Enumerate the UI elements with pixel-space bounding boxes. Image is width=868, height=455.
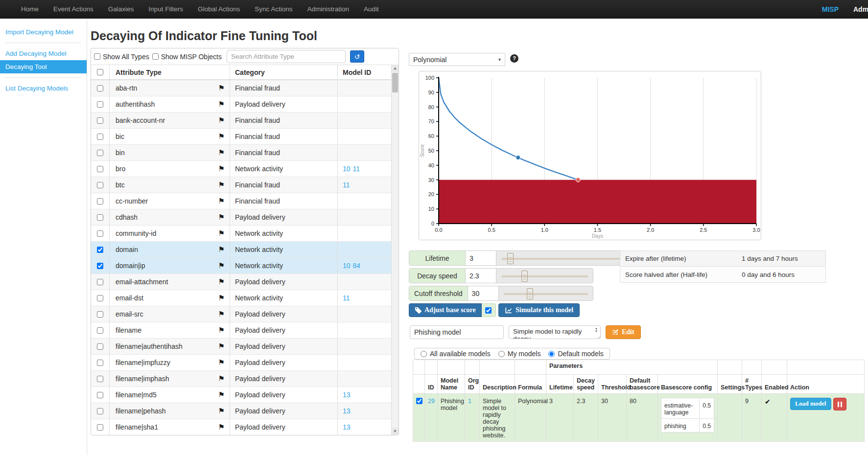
sidebar-item-list-decaying-models[interactable]: List Decaying Models xyxy=(0,82,87,95)
attribute-row[interactable]: domain⚑Network activity xyxy=(91,242,399,258)
attribute-row[interactable]: filename|impfuzzy⚑Payload delivery xyxy=(91,355,399,371)
attribute-row-checkbox[interactable] xyxy=(97,392,103,398)
attribute-row[interactable]: authentihash⚑Payload delivery xyxy=(91,96,399,113)
model-id-link[interactable]: 10 xyxy=(343,165,351,173)
select-all-checkbox[interactable] xyxy=(97,69,103,75)
flag-icon[interactable]: ⚑ xyxy=(218,294,225,302)
sidebar-item-decaying-tool[interactable]: Decaying Tool xyxy=(0,60,87,73)
flag-icon[interactable]: ⚑ xyxy=(218,84,225,92)
lifetime-slider[interactable] xyxy=(496,251,632,265)
attribute-row-checkbox[interactable] xyxy=(97,166,103,172)
attribute-row-checkbox[interactable] xyxy=(97,376,103,382)
disable-model-button[interactable] xyxy=(833,398,846,410)
my-models-radio[interactable] xyxy=(498,351,505,357)
flag-icon[interactable]: ⚑ xyxy=(218,164,225,173)
decay-speed-slider-handle[interactable] xyxy=(521,271,528,282)
attribute-row-checkbox[interactable] xyxy=(97,247,103,253)
show-all-types-option[interactable]: Show All Types xyxy=(94,53,149,61)
flag-icon[interactable]: ⚑ xyxy=(218,245,225,254)
nav-item-sync-actions[interactable]: Sync Actions xyxy=(247,0,300,19)
decay-speed-input[interactable] xyxy=(466,269,496,283)
show-all-types-checkbox[interactable] xyxy=(94,53,100,60)
all-available-models-radio[interactable] xyxy=(421,351,427,357)
model-id-link[interactable]: 84 xyxy=(353,262,361,270)
attribute-row[interactable]: filename|sha1⚑Payload delivery13 xyxy=(91,419,399,435)
load-model-button[interactable]: Load model xyxy=(790,398,831,410)
flag-icon[interactable]: ⚑ xyxy=(218,197,225,205)
radio-default-models[interactable]: Default models xyxy=(548,350,603,358)
attribute-row-checkbox[interactable] xyxy=(97,263,103,269)
nav-item-galaxies[interactable]: Galaxies xyxy=(101,0,141,19)
flag-icon[interactable]: ⚑ xyxy=(218,148,225,157)
flag-icon[interactable]: ⚑ xyxy=(218,342,225,351)
attribute-row[interactable]: email-src⚑Payload delivery xyxy=(91,306,399,322)
flag-icon[interactable]: ⚑ xyxy=(218,358,225,367)
decay-speed-slider[interactable] xyxy=(496,269,593,283)
sidebar-item-add-decaying-model[interactable]: Add Decaying Model xyxy=(0,47,87,60)
model-id-link[interactable]: 29 xyxy=(428,398,435,405)
flag-icon[interactable]: ⚑ xyxy=(218,229,225,238)
attribute-row-checkbox[interactable] xyxy=(97,182,103,188)
nav-item-event-actions[interactable]: Event Actions xyxy=(46,0,101,19)
adjust-base-score-button[interactable]: Adjust base score xyxy=(409,303,482,317)
attribute-row[interactable]: cdhash⚑Payload delivery xyxy=(91,209,399,226)
attribute-row-checkbox[interactable] xyxy=(97,117,103,124)
show-misp-objects-option[interactable]: Show MISP Objects xyxy=(152,53,222,61)
model-row-phishing[interactable]: 29 Phishing model 1 Simple model to rapi… xyxy=(413,394,865,442)
attribute-row[interactable]: bin⚑Financial fraud xyxy=(91,145,399,161)
model-id-link[interactable]: 13 xyxy=(343,407,351,415)
attribute-row-checkbox[interactable] xyxy=(97,424,103,431)
model-row-checkbox[interactable] xyxy=(416,398,422,404)
model-id-link[interactable]: 11 xyxy=(353,165,360,173)
attribute-row-checkbox[interactable] xyxy=(97,150,103,156)
attribute-row[interactable]: filename⚑Payload delivery xyxy=(91,322,399,339)
radio-my-models[interactable]: My models xyxy=(498,350,541,358)
flag-icon[interactable]: ⚑ xyxy=(218,132,225,141)
attribute-row-checkbox[interactable] xyxy=(97,230,103,237)
model-id-link[interactable]: 13 xyxy=(343,423,351,431)
attribute-row[interactable]: btc⚑Financial fraud11 xyxy=(91,177,399,193)
adjust-base-score-checkbox[interactable] xyxy=(485,307,492,314)
attribute-row[interactable]: filename|md5⚑Payload delivery13 xyxy=(91,387,399,403)
attribute-row[interactable]: filename|imphash⚑Payload delivery xyxy=(91,371,399,387)
attribute-row-checkbox[interactable] xyxy=(97,360,103,366)
nav-item-input-filters[interactable]: Input Filters xyxy=(141,0,190,19)
scroll-up-icon[interactable]: ▲ xyxy=(392,65,399,72)
sidebar-item-import-decaying-model[interactable]: Import Decaying Model xyxy=(0,25,87,39)
refresh-button[interactable]: ↺ xyxy=(350,50,364,63)
flag-icon[interactable]: ⚑ xyxy=(218,116,225,125)
lifetime-input[interactable] xyxy=(466,251,496,265)
model-id-link[interactable]: 10 xyxy=(343,262,351,270)
model-description-textarea[interactable]: Simple model to rapidly decay xyxy=(509,325,601,339)
flag-icon[interactable]: ⚑ xyxy=(218,261,225,270)
model-id-link[interactable]: 11 xyxy=(343,294,350,302)
attribute-row-checkbox[interactable] xyxy=(97,279,103,285)
misp-brand-link[interactable]: MISP xyxy=(822,5,839,13)
formula-select[interactable]: Polynomial ▾ xyxy=(409,53,505,66)
org-id-link[interactable]: 1 xyxy=(468,398,471,405)
nav-item-home[interactable]: Home xyxy=(14,0,46,19)
scroll-down-icon[interactable]: ▼ xyxy=(392,428,399,435)
attribute-row[interactable]: filename|authentihash⚑Payload delivery xyxy=(91,339,399,355)
attribute-row[interactable]: aba-rtn⚑Financial fraud xyxy=(91,80,399,96)
attribute-row-checkbox[interactable] xyxy=(97,134,103,140)
attribute-row[interactable]: cc-number⚑Financial fraud xyxy=(91,193,399,209)
attribute-row-checkbox[interactable] xyxy=(97,198,103,205)
adjust-base-score-toggle[interactable] xyxy=(482,303,496,317)
attribute-row-checkbox[interactable] xyxy=(97,408,103,414)
flag-icon[interactable]: ⚑ xyxy=(218,423,225,432)
attribute-row-checkbox[interactable] xyxy=(97,101,103,108)
cutoff-threshold-input[interactable] xyxy=(468,286,499,300)
table-scrollbar[interactable]: ▲ ▼ xyxy=(391,65,399,435)
attribute-row-checkbox[interactable] xyxy=(97,214,103,221)
model-name-input[interactable] xyxy=(410,325,504,339)
flag-icon[interactable]: ⚑ xyxy=(218,390,225,399)
flag-icon[interactable]: ⚑ xyxy=(218,407,225,415)
model-id-link[interactable]: 11 xyxy=(343,181,350,189)
nav-admin-link[interactable]: Admin xyxy=(853,5,868,13)
simulate-model-button[interactable]: Simulate this model xyxy=(498,303,580,317)
search-attribute-input[interactable] xyxy=(227,50,346,63)
attribute-row[interactable]: filename|pehash⚑Payload delivery13 xyxy=(91,403,399,419)
flag-icon[interactable]: ⚑ xyxy=(218,326,225,335)
attribute-row[interactable]: community-id⚑Network activity xyxy=(91,226,399,242)
